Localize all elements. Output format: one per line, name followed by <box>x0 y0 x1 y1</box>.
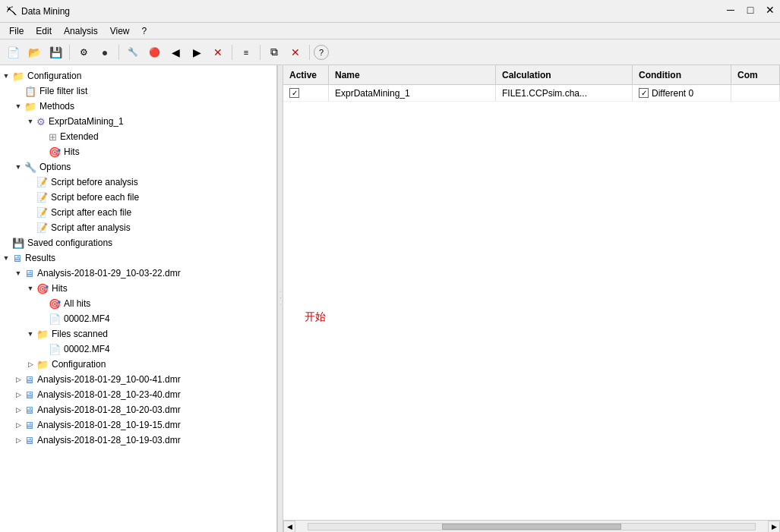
toolbar-delete[interactable]: ✕ <box>286 42 305 62</box>
expander-analysis2[interactable]: ▷ <box>12 373 24 386</box>
expander-configuration[interactable]: ▼ <box>0 70 12 82</box>
tree-item-00002mf4-1[interactable]: 📄 00002.MF4 <box>0 311 276 326</box>
condition-text: Different 0 <box>652 88 693 99</box>
expander-options[interactable]: ▼ <box>12 161 24 173</box>
tree-item-results[interactable]: ▼ 🖥 Results <box>0 250 276 266</box>
maximize-button[interactable]: □ <box>741 0 760 20</box>
expander-files-scanned[interactable]: ▼ <box>24 328 36 340</box>
toolbar-nav-left[interactable]: ◀ <box>166 42 185 62</box>
tree-item-configuration[interactable]: ▼ 📁 Configuration <box>0 68 276 83</box>
h-scrollbar[interactable]: ◀ ▶ <box>283 520 780 532</box>
active-checkbox[interactable]: ✓ <box>289 88 299 98</box>
cell-active[interactable]: ✓ <box>283 85 329 101</box>
tree-item-analysis3[interactable]: ▷ 🖥 Analysis-2018-01-28_10-23-40.dmr <box>0 387 276 402</box>
tree-item-methods[interactable]: ▼ 📁 Methods <box>0 99 276 114</box>
menu-analysis[interactable]: Analysis <box>58 24 104 38</box>
label-script-before-each: Script before each file <box>51 192 139 203</box>
expander-hits-results[interactable]: ▼ <box>24 282 36 294</box>
cell-condition[interactable]: ✓ Different 0 <box>633 85 731 101</box>
scroll-thumb[interactable] <box>442 524 621 530</box>
tree-item-script-before-analysis[interactable]: 📝 Script before analysis <box>0 175 276 190</box>
tree-item-analysis2[interactable]: ▷ 🖥 Analysis-2018-01-29_10-00-41.dmr <box>0 372 276 387</box>
folder-icon-config2: 📁 <box>36 359 49 370</box>
table-row[interactable]: ✓ ExprDataMining_1 FILE1.CCPsim.cha... ✓… <box>283 85 780 102</box>
scroll-left-button[interactable]: ◀ <box>283 521 295 533</box>
minimize-button[interactable]: ─ <box>721 0 741 20</box>
expander-analysis3[interactable]: ▷ <box>12 389 24 401</box>
title-bar-controls: ─ □ ✕ <box>721 0 780 20</box>
tree-item-analysis4[interactable]: ▷ 🖥 Analysis-2018-01-28_10-20-03.dmr <box>0 402 276 417</box>
sep1 <box>69 45 70 60</box>
close-button[interactable]: ✕ <box>760 0 780 20</box>
toolbar-wrench[interactable]: 🔧 <box>123 42 143 62</box>
sep4 <box>260 45 261 60</box>
menu-help[interactable]: ? <box>136 24 153 38</box>
expander-analysis4[interactable]: ▷ <box>12 404 24 416</box>
toolbar-nav-right[interactable]: ▶ <box>187 42 207 62</box>
analysis-icon-4: 🖥 <box>24 405 34 416</box>
toolbar-save[interactable]: 💾 <box>46 42 65 62</box>
save-icon-saved-config: 💾 <box>12 238 24 249</box>
tree-item-hits-results[interactable]: ▼ 🎯 Hits <box>0 281 276 296</box>
label-analysis4: Analysis-2018-01-28_10-20-03.dmr <box>37 405 181 415</box>
expander-results[interactable]: ▼ <box>0 252 12 264</box>
expander-file-filter <box>12 85 24 97</box>
scroll-track[interactable] <box>308 523 756 530</box>
toolbar-run[interactable]: ● <box>95 42 115 62</box>
scroll-right-button[interactable]: ▶ <box>768 521 780 533</box>
tree-container[interactable]: ▼ 📁 Configuration 📋 File filter list ▼ 📁… <box>0 65 276 532</box>
analysis-icon-1: 🖥 <box>24 268 34 279</box>
tree-item-script-after-each[interactable]: 📝 Script after each file <box>0 205 276 220</box>
expander-config2[interactable]: ▷ <box>24 358 36 370</box>
results-icon: 🖥 <box>12 253 22 264</box>
toolbar: 📄 📂 💾 ⚙ ● 🔧 🔴 ◀ ▶ ✕ ≡ ⧉ ✕ ? <box>0 39 780 65</box>
icon-extended: ⊞ <box>49 131 57 143</box>
menu-file[interactable]: File <box>3 24 30 38</box>
condition-checkbox[interactable]: ✓ <box>639 88 649 98</box>
label-00002mf4-2: 00002.MF4 <box>64 344 110 354</box>
expander-methods[interactable]: ▼ <box>12 100 24 112</box>
toolbar-new[interactable]: 📄 <box>3 42 23 62</box>
expander-exprdatamining1[interactable]: ▼ <box>24 115 36 127</box>
title-bar-text: Data Mining <box>21 6 70 17</box>
expander-analysis5[interactable]: ▷ <box>12 419 24 431</box>
analysis-icon-5: 🖥 <box>24 420 34 431</box>
analysis-icon-2: 🖥 <box>24 374 34 386</box>
script-icon-sbe: 📝 <box>36 192 48 203</box>
menu-view[interactable]: View <box>104 24 136 38</box>
label-all-hits: All hits <box>64 298 90 309</box>
tree-item-script-after-analysis[interactable]: 📝 Script after analysis <box>0 220 276 235</box>
tree-item-extended[interactable]: ⊞ Extended <box>0 129 276 144</box>
tree-item-analysis5[interactable]: ▷ 🖥 Analysis-2018-01-28_10-19-15.dmr <box>0 417 276 433</box>
toolbar-help[interactable]: ? <box>314 45 329 60</box>
expander-analysis6[interactable]: ▷ <box>12 434 24 446</box>
tree-item-00002mf4-2[interactable]: 📄 00002.MF4 <box>0 342 276 357</box>
tree-item-analysis6[interactable]: ▷ 🖥 Analysis-2018-01-28_10-19-03.dmr <box>0 433 276 448</box>
toolbar-copy[interactable]: ⧉ <box>264 42 284 62</box>
tree-item-script-before-each[interactable]: 📝 Script before each file <box>0 190 276 205</box>
col-header-comment: Com <box>731 65 780 84</box>
main-layout: ▼ 📁 Configuration 📋 File filter list ▼ 📁… <box>0 65 780 532</box>
tree-item-file-filter-list[interactable]: 📋 File filter list <box>0 83 276 99</box>
toolbar-filter[interactable]: 🔴 <box>144 42 164 62</box>
script-icon-sba: 📝 <box>36 177 48 187</box>
menu-edit[interactable]: Edit <box>30 24 58 38</box>
tree-item-exprdatamining1[interactable]: ▼ ⚙ ExprDataMining_1 <box>0 114 276 129</box>
tree-item-hits-method[interactable]: 🎯 Hits <box>0 144 276 159</box>
tree-item-config2[interactable]: ▷ 📁 Configuration <box>0 357 276 372</box>
tree-item-options[interactable]: ▼ 🔧 Options <box>0 159 276 175</box>
label-script-after-analysis: Script after analysis <box>51 222 131 233</box>
toolbar-list[interactable]: ≡ <box>236 42 256 62</box>
script-icon-saa: 📝 <box>36 222 48 233</box>
tree-item-all-hits[interactable]: 🎯 All hits <box>0 296 276 311</box>
tree-item-analysis1[interactable]: ▼ 🖥 Analysis-2018-01-29_10-03-22.dmr <box>0 266 276 281</box>
label-methods: Methods <box>39 101 74 112</box>
vertical-splitter[interactable]: · · · <box>277 65 283 532</box>
tree-item-saved-config[interactable]: 💾 Saved configurations <box>0 235 276 250</box>
label-saved-config: Saved configurations <box>27 238 112 248</box>
toolbar-open[interactable]: 📂 <box>24 42 44 62</box>
toolbar-cross[interactable]: ✕ <box>208 42 228 62</box>
toolbar-options[interactable]: ⚙ <box>74 42 93 62</box>
tree-item-files-scanned[interactable]: ▼ 📁 Files scanned <box>0 326 276 342</box>
expander-analysis1[interactable]: ▼ <box>12 267 24 279</box>
